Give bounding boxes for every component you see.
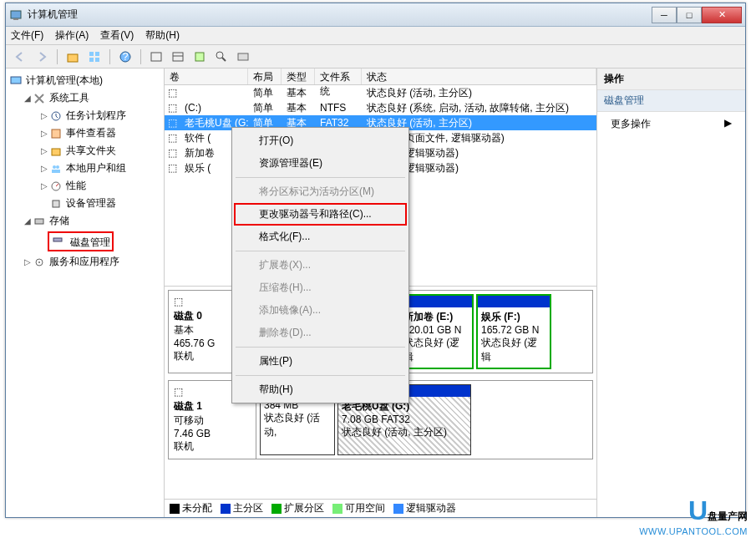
svg-rect-19 <box>52 149 60 155</box>
tool-icon-3[interactable] <box>190 48 209 66</box>
clock-icon <box>49 109 63 123</box>
tree-devmgr[interactable]: 设备管理器 <box>9 195 160 212</box>
tree-tasksched-label: 任务计划程序 <box>66 109 126 123</box>
svg-rect-6 <box>95 58 99 62</box>
up-icon[interactable] <box>63 48 82 66</box>
help-icon[interactable]: ? <box>116 48 134 66</box>
event-icon <box>49 127 63 140</box>
tree-users-label: 本地用户和组 <box>66 161 126 175</box>
titlebar: 计算机管理 ─ □ ✕ <box>6 3 745 27</box>
ctx-format[interactable]: 格式化(F)... <box>234 226 407 248</box>
col-volume[interactable]: 卷 <box>165 69 248 84</box>
minimize-button[interactable]: ─ <box>652 7 677 23</box>
partition[interactable]: 新加卷 (E:) 120.01 GB N 状态良好 (逻辑 <box>398 294 474 369</box>
svg-rect-15 <box>238 53 248 60</box>
svg-rect-1 <box>13 18 18 20</box>
users-icon <box>49 162 63 175</box>
svg-rect-22 <box>52 170 60 173</box>
ctx-shrink: 压缩卷(H)... <box>234 277 407 299</box>
back-button[interactable] <box>11 48 29 66</box>
tree-eventvwr-label: 事件查看器 <box>66 126 116 140</box>
svg-line-14 <box>222 58 226 61</box>
svg-point-28 <box>38 261 40 263</box>
folder-icon <box>49 145 63 158</box>
svg-rect-10 <box>173 53 183 61</box>
ctx-mirror: 添加镜像(A)... <box>234 299 407 322</box>
device-icon <box>49 197 63 211</box>
svg-rect-18 <box>52 129 60 138</box>
tree-perf[interactable]: ▷ 性能 <box>9 177 160 195</box>
tree-tasksched[interactable]: ▷ 任务计划程序 <box>9 107 160 124</box>
svg-point-21 <box>56 165 59 169</box>
svg-rect-24 <box>53 200 59 207</box>
forward-button[interactable] <box>33 48 51 66</box>
volume-icon: ⬚ <box>165 117 180 129</box>
tree-perf-label: 性能 <box>66 179 86 193</box>
col-fs[interactable]: 文件系统 <box>315 69 362 84</box>
tree-services[interactable]: ▷ 服务和应用程序 <box>9 253 160 271</box>
ctx-properties[interactable]: 属性(P) <box>234 350 407 373</box>
volume-icon: ⬚ <box>165 162 180 174</box>
svg-rect-9 <box>151 53 161 61</box>
tree-diskmgmt-label: 磁盘管理 <box>70 236 110 248</box>
tree-eventvwr[interactable]: ▷ 事件查看器 <box>9 124 160 142</box>
computer-icon <box>9 74 23 88</box>
tool-icon-2[interactable] <box>169 48 187 66</box>
watermark: U盘量产网 WWW.UPANTOOL.COM <box>639 495 748 536</box>
volume-icon: ⬚ <box>165 147 180 159</box>
col-type[interactable]: 类型 <box>282 69 315 84</box>
svg-point-13 <box>216 52 223 58</box>
tree-systools-label: 系统工具 <box>49 91 89 105</box>
close-button[interactable]: ✕ <box>702 7 742 23</box>
legend: 未分配 主分区 扩展分区 可用空间 逻辑驱动器 <box>165 499 596 517</box>
tree-systools[interactable]: ◢ 系统工具 <box>9 89 160 107</box>
tool-icon-1[interactable] <box>147 48 165 66</box>
svg-rect-12 <box>195 53 204 61</box>
ctx-extend: 扩展卷(X)... <box>234 254 407 277</box>
volume-list-header: 卷 布局 类型 文件系统 状态 <box>165 69 596 85</box>
menu-file[interactable]: 文件(F) <box>11 28 43 43</box>
svg-rect-26 <box>53 238 62 241</box>
storage-icon <box>33 215 46 228</box>
perf-icon <box>49 180 63 193</box>
svg-rect-25 <box>35 219 43 224</box>
context-menu: 打开(O) 资源管理器(E) 将分区标记为活动分区(M) 更改驱动器号和路径(C… <box>231 127 409 403</box>
svg-rect-0 <box>11 11 21 18</box>
tree-storage[interactable]: ◢ 存储 <box>9 212 160 230</box>
col-status[interactable]: 状态 <box>362 69 596 84</box>
services-icon <box>33 256 46 269</box>
tool-icon-4[interactable] <box>212 48 231 66</box>
volume-icon: ⬚ <box>165 132 180 144</box>
svg-rect-4 <box>95 52 99 56</box>
ctx-open[interactable]: 打开(O) <box>234 129 407 152</box>
tree-root[interactable]: 计算机管理(本地) <box>9 72 160 89</box>
menu-help[interactable]: 帮助(H) <box>145 28 180 43</box>
ctx-explorer[interactable]: 资源管理器(E) <box>234 152 407 175</box>
tree-root-label: 计算机管理(本地) <box>26 74 103 88</box>
col-layout[interactable]: 布局 <box>248 69 282 84</box>
menu-view[interactable]: 查看(V) <box>100 28 134 43</box>
ctx-change-drive-letter[interactable]: 更改驱动器号和路径(C)... <box>234 203 407 226</box>
tree-shared[interactable]: ▷ 共享文件夹 <box>9 142 160 160</box>
svg-rect-3 <box>89 52 94 56</box>
actions-pane: 操作 磁盘管理 更多操作 ▶ <box>597 69 745 517</box>
volume-row[interactable]: ⬚ 简单 基本 状态良好 (活动, 主分区) <box>165 85 596 100</box>
svg-rect-5 <box>89 58 94 62</box>
actions-more[interactable]: 更多操作 ▶ <box>597 112 745 136</box>
disk-icon <box>51 233 64 246</box>
tool-icon-5[interactable] <box>234 48 252 66</box>
toolbar: ? <box>6 45 745 69</box>
tree-diskmgmt[interactable]: 磁盘管理 <box>9 230 160 253</box>
menu-action[interactable]: 操作(A) <box>55 28 89 43</box>
ctx-help[interactable]: 帮助(H) <box>234 378 407 401</box>
actions-category[interactable]: 磁盘管理 <box>597 90 745 112</box>
svg-rect-16 <box>11 77 21 84</box>
maximize-button[interactable]: □ <box>677 7 702 23</box>
volume-row[interactable]: ⬚ (C:) 简单 基本 NTFS 状态良好 (系统, 启动, 活动, 故障转储… <box>165 100 596 115</box>
tree-storage-label: 存储 <box>49 214 69 228</box>
svg-point-20 <box>53 165 56 169</box>
partition[interactable]: 娱乐 (F:) 165.72 GB N 状态良好 (逻辑 <box>476 294 551 369</box>
ctx-mark-active: 将分区标记为活动分区(M) <box>234 180 407 203</box>
properties-icon[interactable] <box>85 48 104 66</box>
tree-users[interactable]: ▷ 本地用户和组 <box>9 160 160 177</box>
